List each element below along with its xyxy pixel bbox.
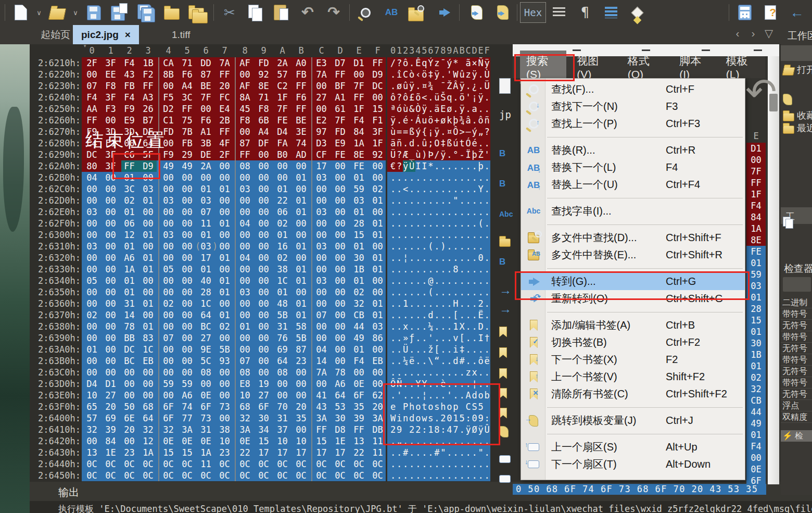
hex-ascii[interactable]: ......d...[...Ë. [390,309,491,321]
pilcrow-icon[interactable]: ¶ [572,2,598,23]
hex-byte[interactable]: 40 [199,275,213,286]
hex-byte[interactable]: 04 [238,252,252,264]
hex-byte[interactable]: 00 [161,321,175,332]
hex-byte[interactable]: 03 [314,275,328,286]
hex-ascii[interactable]: ................ [390,206,491,218]
hex-byte[interactable]: D7 [333,57,347,69]
hex-byte[interactable]: 00 [257,286,271,298]
hex-byte[interactable]: 00 [161,172,175,183]
hex-byte[interactable]: 01 [746,257,766,269]
hex-byte[interactable]: 1F [275,92,289,103]
hex-byte[interactable]: 00 [333,183,347,195]
hex-byte[interactable]: 07 [161,332,175,344]
hex-byte[interactable]: EB [141,355,155,367]
hex-byte[interactable]: FF [314,424,328,435]
hex-byte[interactable]: 83 [141,332,155,344]
hex-byte[interactable]: 01 [218,275,232,286]
hex-byte[interactable]: 00 [218,206,232,218]
hex-byte[interactable]: 00 [333,321,347,332]
hex-ascii[interactable]: ..1.......H...2. [390,298,491,309]
hex-byte[interactable]: 75 [180,115,194,126]
hex-byte[interactable]: 01 [122,275,136,286]
menu-item-find-prev[interactable]: ↑查找上一个(P)Ctrl+F3 [521,115,745,132]
hex-byte[interactable]: 00 [257,252,271,264]
hex-byte[interactable]: 08 [238,160,252,172]
hex-byte[interactable]: CA [161,57,175,69]
save-icon[interactable] [81,2,107,23]
hex-byte[interactable]: 20 [104,401,118,412]
hex-byte[interactable]: 01 [218,286,232,298]
hex-byte[interactable]: 1C [141,344,155,355]
hex-byte[interactable]: 35 [352,401,366,412]
hex-byte[interactable]: FE [333,149,347,160]
hex-byte[interactable]: 03 [238,183,252,195]
hex-byte[interactable]: 01 [122,206,136,218]
hex-byte[interactable]: 1B [141,57,155,69]
hex-byte[interactable]: 0E [238,435,252,447]
hex-row[interactable]: 2:62F0h:00000600000011010400020000002801… [30,218,521,229]
hex-byte[interactable]: 13 [352,435,366,447]
save-all-icon[interactable] [133,2,159,23]
hex-row[interactable]: 2:63A0h:0100DC1C00009E5B0000698704000100… [30,344,521,355]
hex-byte[interactable]: 01 [141,195,155,206]
hex-byte[interactable]: 00 [180,206,194,218]
hex-byte[interactable]: 00 [333,275,347,286]
hex-byte[interactable]: 01 [218,218,232,229]
menu-item-replace-next[interactable]: AB↓替换下一个(L)F4 [521,159,745,176]
hex-byte[interactable]: 01 [294,298,308,309]
hex-byte[interactable]: 0E [746,464,766,475]
hex-byte[interactable]: 01 [122,286,136,298]
hex-row[interactable]: 2:62E0h:03000100000007000000060103000100… [30,206,521,218]
hex-byte[interactable]: 10 [275,435,289,447]
hex-byte[interactable]: 31 [122,298,136,309]
hex-ascii[interactable]: ..Ü...ž[..i‡.... [390,344,491,355]
hex-byte[interactable]: D1 [104,378,118,390]
hex-ascii[interactable]: äñ.d.û;O‡ßútÓé.. [390,137,491,149]
hex-row[interactable]: 2:6390h:0000BB83070027000000765B00004986… [30,332,521,344]
hex-ascii[interactable]: ..<...........Y. [390,183,491,195]
hex-byte[interactable]: 01 [371,298,385,309]
hex-byte[interactable]: 00 [180,286,194,298]
hex-byte[interactable]: 00 [333,355,347,367]
hex-row[interactable]: 2:6340h:050001000000400100001C0103000100… [30,275,521,286]
hex-byte[interactable]: 00 [218,241,232,252]
hex-byte[interactable]: F8 [238,115,252,126]
hex-byte[interactable]: 00 [161,252,175,264]
hex-byte[interactable]: 00 [314,229,328,241]
hex-byte[interactable]: 00 [199,103,213,115]
hex-byte[interactable]: 59 [352,183,366,195]
hex-row[interactable]: 2:6360h:0000310102001C000000480100003201… [30,298,521,309]
hex-byte[interactable]: 07 [238,355,252,367]
hex-byte[interactable]: 00 [257,264,271,275]
hex-byte[interactable]: 32 [746,383,766,395]
hex-ascii[interactable]: ......@......... [390,275,491,286]
hex-byte[interactable]: 00 [85,264,99,275]
hex-byte[interactable]: 00 [238,126,252,137]
hex-byte[interactable]: 00 [180,229,194,241]
hex-ascii[interactable]: ô?ô£õ<.üŠq.ö'¡ÿ. [390,92,491,103]
hex-byte[interactable]: 74 [180,401,194,412]
hex-byte[interactable]: 97 [314,126,328,137]
hex-ascii[interactable]: ªóù&Òÿ.äEø.ÿ.a.. [390,103,491,115]
hex-byte[interactable]: 44 [746,406,766,418]
hex-byte[interactable]: 59 [161,378,175,390]
hex-byte[interactable]: 00 [218,332,232,344]
hex-byte[interactable]: C2 [275,80,289,92]
hex-byte[interactable]: 00 [294,378,308,390]
hex-byte[interactable]: 30 [746,337,766,349]
hex-byte[interactable]: 00 [257,344,271,355]
hex-byte[interactable]: 01 [141,252,155,264]
hex-byte[interactable]: 01 [122,241,136,252]
sidebar-item-favorites[interactable]: 收藏 [783,109,812,122]
hex-byte[interactable]: F3 [104,103,118,115]
hex-byte[interactable]: 00 [294,183,308,195]
hex-byte[interactable]: 00 [333,229,347,241]
hex-byte[interactable]: 00 [333,206,347,218]
hex-byte[interactable]: 00 [333,298,347,309]
hex-byte[interactable]: 9E [199,344,213,355]
hex-byte[interactable]: F4 [85,92,99,103]
hex-byte[interactable]: 01 [218,183,232,195]
hex-byte[interactable]: 0E [161,435,175,447]
hex-byte[interactable]: 00 [180,252,194,264]
hex-byte[interactable]: D4 [85,378,99,390]
